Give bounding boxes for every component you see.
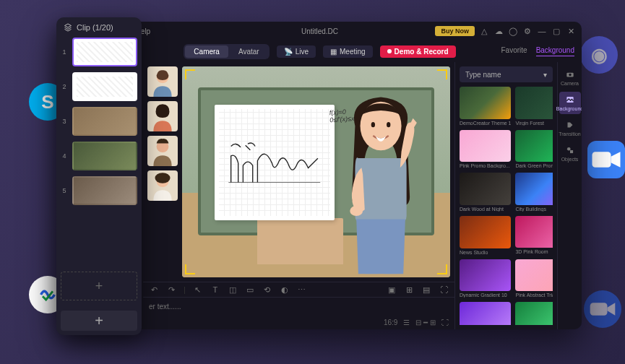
bg-thumb [460, 87, 511, 119]
tab-background[interactable]: Background [536, 46, 574, 56]
zoom-icon [584, 290, 621, 328]
svg-point-8 [371, 122, 374, 127]
bg-item-5[interactable]: City Buildings [515, 173, 553, 212]
bg-label: Dynamic Gradient 10 [460, 292, 511, 298]
clip-thumb [72, 38, 137, 66]
avatar-option-3[interactable] [147, 136, 178, 166]
avatar-option-1[interactable] [147, 66, 178, 97]
screen-icon[interactable]: ▣ [387, 285, 397, 295]
aspect-ratio[interactable]: 16:9 [384, 318, 397, 326]
bg-thumb [515, 259, 553, 292]
svg-point-12 [569, 74, 572, 77]
tab-camera[interactable]: Camera [185, 46, 228, 58]
proptab-objects[interactable]: Objects [559, 142, 581, 165]
rotate-icon[interactable]: ⟲ [262, 285, 272, 295]
clip-panel: Clip (1/20) 12345 + + [56, 17, 142, 335]
bg-label: Virgin Forest [515, 121, 553, 126]
bg-label: Dark Green Promo B... [515, 163, 553, 168]
clip-number: 2 [61, 83, 68, 90]
bg-label: News Studio [460, 250, 511, 255]
fit-icon[interactable]: ⛶ [441, 318, 449, 326]
bg-item-4[interactable]: Dark Wood at Night [460, 173, 511, 212]
clip-header: Clip (1/20) [56, 17, 142, 38]
zoom-controls[interactable]: ⊟ ━ ⊞ [415, 318, 436, 326]
caption-input[interactable] [149, 303, 449, 311]
opacity-icon[interactable]: ◐ [280, 285, 290, 295]
bg-item-6[interactable]: News Studio [460, 216, 511, 255]
live-button[interactable]: 📡Live [277, 46, 316, 58]
clip-add-button[interactable]: + [61, 311, 137, 331]
more-icon[interactable]: ⋯ [297, 285, 307, 295]
shape-icon[interactable]: ▭ [245, 285, 255, 295]
gear-icon[interactable]: ⚙ [522, 26, 533, 36]
crop-handle-tr[interactable] [437, 69, 447, 79]
clip-number: 4 [61, 152, 68, 160]
crop-handle-tl[interactable] [185, 69, 195, 79]
bg-item-9[interactable]: Pink Abstract Triangles [515, 259, 553, 298]
svg-point-10 [350, 205, 363, 215]
clip-item-2[interactable]: 2 [61, 72, 137, 101]
discord-icon: ◉ [580, 36, 618, 74]
buy-now-button[interactable]: Buy Now [435, 26, 475, 36]
bg-thumb [515, 130, 553, 162]
maximize-icon[interactable]: ▢ [551, 26, 561, 36]
property-tabs: Camera Background Transition Objects [557, 62, 582, 329]
bg-item-7[interactable]: 3D Pink Room [515, 216, 553, 255]
clip-add-slot[interactable]: + [61, 272, 137, 300]
clip-item-1[interactable]: 1 [61, 38, 137, 66]
expand-icon[interactable]: ⛶ [439, 285, 449, 295]
meeting-button[interactable]: ▦Meeting [323, 46, 373, 58]
clip-thumb [72, 142, 137, 170]
clip-list: 12345 [56, 38, 142, 272]
crop-handle-bl[interactable] [185, 264, 195, 274]
video-meet-icon [587, 141, 625, 178]
clip-item-5[interactable]: 5 [61, 176, 137, 205]
clip-thumb [72, 72, 137, 101]
chevron-down-icon: ▾ [543, 71, 547, 79]
crop-handle-br[interactable] [437, 264, 447, 274]
bg-label: DemoCreator Theme 1 [460, 121, 511, 126]
tab-favorite[interactable]: Favorite [501, 46, 527, 56]
record-button[interactable]: Demo & Record [380, 46, 456, 58]
bell-icon[interactable]: △ [479, 26, 489, 36]
bg-item-2[interactable]: Pink Promo Backgro... [460, 130, 511, 169]
bg-item-0[interactable]: DemoCreator Theme 1 [460, 87, 511, 126]
tab-avatar[interactable]: Avatar [230, 46, 268, 58]
grid-icon[interactable]: ⊞ [404, 285, 414, 295]
bg-thumb [515, 173, 553, 205]
bg-item-8[interactable]: Dynamic Gradient 10 [460, 259, 511, 298]
bg-item-3[interactable]: Dark Green Promo B... [515, 130, 553, 169]
proptab-transition[interactable]: Transition [559, 117, 581, 139]
clip-item-3[interactable]: 3 [61, 107, 137, 136]
svg-point-9 [387, 122, 390, 127]
svg-rect-1 [590, 303, 608, 315]
bg-thumb [515, 216, 553, 248]
cursor-icon[interactable]: ↖ [193, 285, 203, 295]
bg-item-11[interactable]: Countryside River [515, 302, 553, 325]
text-icon[interactable]: T [210, 285, 220, 295]
cloud-icon[interactable]: ☁ [493, 26, 504, 36]
crop-icon[interactable]: ◫ [228, 285, 238, 295]
stage-canvas[interactable]: f(x)=0 0≤f'(x)≤x² [182, 66, 450, 277]
minimize-icon[interactable]: — [537, 26, 547, 36]
user-icon[interactable]: ◯ [508, 26, 518, 36]
proptab-background[interactable]: Background [559, 92, 581, 114]
avatar-option-4[interactable] [147, 170, 178, 201]
redo-icon[interactable]: ↷ [166, 285, 176, 295]
bg-label: Dark Wood at Night [460, 207, 511, 212]
right-panel-tabs: Favorite Background [501, 46, 575, 56]
mode-switch: Camera Avatar [184, 44, 269, 59]
text-input-row [143, 298, 454, 315]
svg-point-14 [566, 147, 570, 151]
undo-icon[interactable]: ↶ [149, 285, 159, 295]
clip-item-4[interactable]: 4 [61, 142, 137, 170]
align-icon[interactable]: ☰ [403, 318, 410, 326]
avatar-option-2[interactable] [147, 101, 178, 131]
type-select[interactable]: Type name ▾ [460, 66, 553, 82]
bg-item-10[interactable]: Abstract Dynamic Ba... [460, 302, 511, 325]
bg-thumb [460, 302, 511, 325]
close-icon[interactable]: ✕ [566, 26, 576, 36]
bg-item-1[interactable]: Virgin Forest [515, 87, 553, 126]
layers-icon[interactable]: ▤ [421, 285, 431, 295]
proptab-camera[interactable]: Camera [559, 66, 581, 89]
